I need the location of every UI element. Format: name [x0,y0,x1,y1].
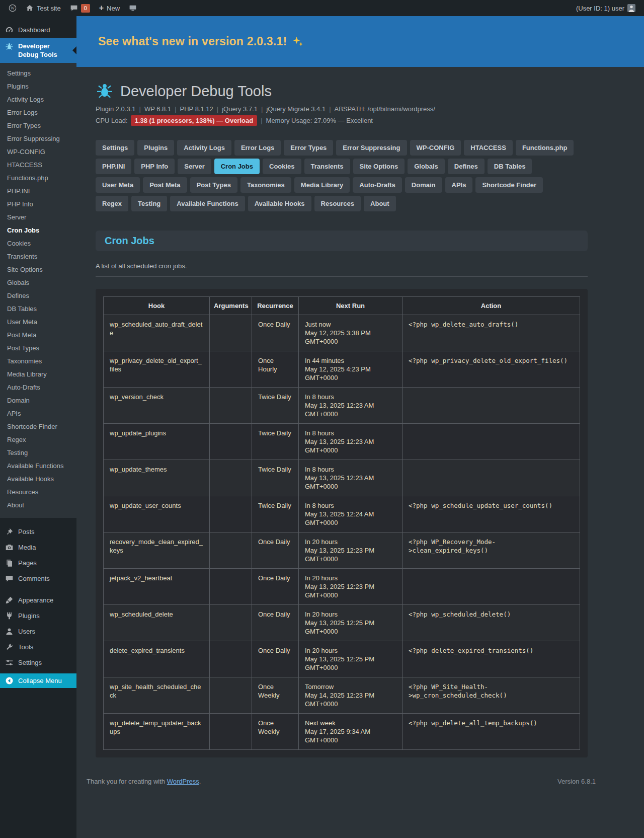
tab-error-suppressing[interactable]: Error Suppressing [336,140,407,156]
sidebar-subitem-site-options[interactable]: Site Options [0,263,76,276]
sidebar-subitem-user-meta[interactable]: User Meta [0,316,76,329]
sidebar-subitem-db-tables[interactable]: DB Tables [0,302,76,316]
sidebar-item-media[interactable]: Media [0,540,76,555]
tab-db-tables[interactable]: DB Tables [488,159,532,174]
sidebar-subitem-auto-drafts[interactable]: Auto-Drafts [0,381,76,394]
sidebar-subitem-defines[interactable]: Defines [0,289,76,302]
tab-testing[interactable]: Testing [131,196,167,211]
tab-post-types[interactable]: Post Types [190,177,237,193]
new-content-button[interactable]: + New [95,0,124,16]
cell-action: <?php wp_scheduled_delete() [403,605,580,641]
sidebar-subitem-post-meta[interactable]: Post Meta [0,329,76,342]
tab-php-ini[interactable]: PHP.INI [96,159,131,174]
sidebar-subitem-settings[interactable]: Settings [0,67,76,80]
sidebar-subitem-taxonomies[interactable]: Taxonomies [0,355,76,368]
sidebar-subitem-cron-jobs[interactable]: Cron Jobs [0,224,76,237]
separator: | [175,105,176,113]
comment-icon [5,574,14,583]
memory-usage: Memory Usage: 27.09% — Excellent [266,116,373,125]
tab-error-logs[interactable]: Error Logs [234,140,281,156]
tab-resources[interactable]: Resources [314,196,361,211]
sidebar-subitem-error-types[interactable]: Error Types [0,119,76,132]
tab-activity-logs[interactable]: Activity Logs [177,140,231,156]
sidebar-item-comments[interactable]: Comments [0,571,76,586]
sidebar-subitem-php-info[interactable]: PHP Info [0,198,76,211]
column-header-recurrence: Recurrence [252,297,299,315]
sidebar-subitem-testing[interactable]: Testing [0,446,76,460]
tab-settings[interactable]: Settings [96,140,134,156]
sidebar-item-pages[interactable]: Pages [0,555,76,571]
site-name-link[interactable]: Test site [21,0,65,16]
tab-media-library[interactable]: Media Library [294,177,350,193]
monitor-button[interactable] [124,0,141,16]
tab-apis[interactable]: APIs [445,177,473,193]
sidebar-subitem-php-ini[interactable]: PHP.INI [0,185,76,198]
table-row: wp_scheduled_deleteOnce DailyIn 20 hours… [104,605,580,641]
sidebar-item-users[interactable]: Users [0,624,76,639]
sidebar-subitem-post-types[interactable]: Post Types [0,342,76,355]
cell-action: <?php wp_privacy_delete_old_export_files… [403,351,580,388]
tab-globals[interactable]: Globals [408,159,445,174]
sidebar-item-dashboard[interactable]: Dashboard [0,22,76,38]
collapse-menu-button[interactable]: Collapse Menu [0,673,76,688]
tab-taxonomies[interactable]: Taxonomies [240,177,291,193]
tab-available-functions[interactable]: Available Functions [170,196,245,211]
tab-functions-php[interactable]: Functions.php [516,140,574,156]
sidebar-subitem-plugins[interactable]: Plugins [0,80,76,93]
sidebar-subitem-regex[interactable]: Regex [0,433,76,446]
section-description: A list of all scheduled cron jobs. [96,262,588,270]
tab-cookies[interactable]: Cookies [263,159,301,174]
tab-cron-jobs[interactable]: Cron Jobs [214,159,260,174]
sidebar-subitem-activity-logs[interactable]: Activity Logs [0,93,76,106]
sidebar-subitem-server[interactable]: Server [0,211,76,224]
tab-about[interactable]: About [364,196,396,211]
sidebar-subitem-error-logs[interactable]: Error Logs [0,106,76,119]
tab-php-info[interactable]: PHP Info [134,159,175,174]
sidebar-subitem-wp-config[interactable]: WP-CONFIG [0,145,76,159]
sidebar-subitem-domain[interactable]: Domain [0,394,76,407]
sidebar-subitem-cookies[interactable]: Cookies [0,237,76,250]
tab-user-meta[interactable]: User Meta [96,177,140,193]
tab-auto-drafts[interactable]: Auto-Drafts [353,177,402,193]
account-menu[interactable]: (User ID: 1) user [572,0,640,16]
footer-period: . [199,778,201,785]
tab-regex[interactable]: Regex [96,196,128,211]
wordpress-logo-button[interactable]: W [4,0,21,16]
tab-available-hooks[interactable]: Available Hooks [248,196,311,211]
tab-error-types[interactable]: Error Types [284,140,333,156]
tab-server[interactable]: Server [178,159,211,174]
tab-transients[interactable]: Transients [304,159,350,174]
sidebar-item-developer-debug-tools[interactable]: Developer Debug Tools [0,38,76,63]
sidebar-subitem-htaccess[interactable]: HTACCESS [0,159,76,172]
tab-site-options[interactable]: Site Options [353,159,405,174]
sidebar-subitem-transients[interactable]: Transients [0,250,76,263]
tab-domain[interactable]: Domain [405,177,442,193]
tab-shortcode-finder[interactable]: Shortcode Finder [475,177,543,193]
sidebar-subitem-available-functions[interactable]: Available Functions [0,460,76,473]
sidebar-item-plugins[interactable]: Plugins [0,608,76,624]
svg-text:W: W [11,6,15,11]
sidebar-subitem-media-library[interactable]: Media Library [0,368,76,381]
sidebar-subitem-resources[interactable]: Resources [0,486,76,499]
wordpress-link[interactable]: WordPress [167,778,199,785]
sidebar-subitem-available-hooks[interactable]: Available Hooks [0,473,76,486]
tab-htaccess[interactable]: HTACCESS [464,140,513,156]
sidebar-subitem-apis[interactable]: APIs [0,407,76,420]
tab-plugins[interactable]: Plugins [137,140,174,156]
tab-post-meta[interactable]: Post Meta [143,177,187,193]
tab-wp-config[interactable]: WP-CONFIG [410,140,461,156]
sidebar-subitem-shortcode-finder[interactable]: Shortcode Finder [0,420,76,433]
comments-link[interactable]: 0 [65,0,95,16]
sidebar-subitem-functions-php[interactable]: Functions.php [0,172,76,185]
sidebar-subitem-error-suppressing[interactable]: Error Suppressing [0,132,76,145]
tab-defines[interactable]: Defines [448,159,485,174]
sidebar-subitem-globals[interactable]: Globals [0,276,76,289]
page-header: Developer Debug Tools [96,82,588,100]
sidebar-item-settings[interactable]: Settings [0,655,76,670]
sidebar-item-posts[interactable]: Posts [0,524,76,540]
sidebar-item-appearance[interactable]: Appearance [0,592,76,608]
sidebar-subitem-about[interactable]: About [0,499,76,512]
resource-stats: CPU Load: 1.38 (1 processors, 138%) — Ov… [96,115,588,126]
sidebar-item-tools[interactable]: Tools [0,639,76,655]
whats-new-banner[interactable]: See what's new in version 2.0.3.1! [76,16,644,67]
